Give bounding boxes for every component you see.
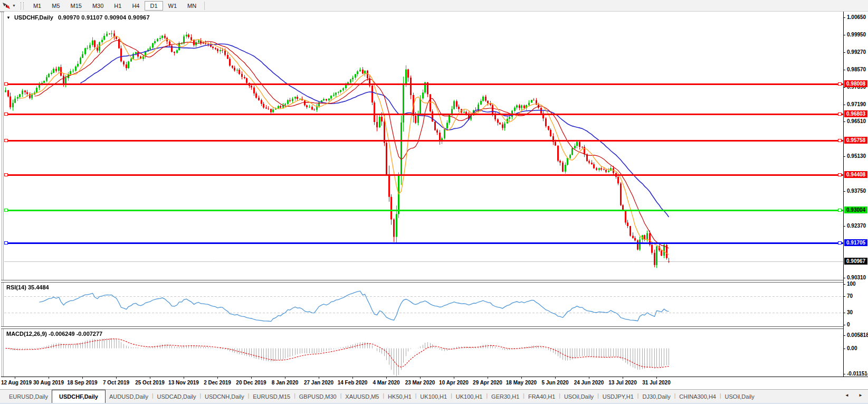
rsi-indicator-canvas[interactable]	[4, 283, 843, 326]
price-axis-label: 0.99950	[847, 32, 866, 37]
chart-tab-usdcnh-daily[interactable]: USDCNH,Daily	[201, 390, 248, 403]
date-tick-mark	[352, 377, 353, 379]
timeframe-button-m15[interactable]: M15	[65, 1, 87, 11]
price-axis-label: 0.90310	[847, 275, 866, 280]
axis-tick-mark	[844, 325, 845, 325]
chart-tab-hk50-h1[interactable]: HK50,H1	[384, 390, 415, 403]
chart-tab-uk100-h1[interactable]: UK100,H1	[416, 390, 451, 403]
timeframe-button-mn[interactable]: MN	[182, 1, 202, 11]
panel-separator-macd[interactable]	[1, 326, 868, 329]
date-tick-mark	[454, 377, 454, 379]
axis-tick-mark	[844, 35, 845, 35]
timeframe-button-h4[interactable]: H4	[127, 1, 145, 11]
chart-tab-fra40-h1[interactable]: FRA40,H1	[524, 390, 559, 403]
date-tick-mark	[488, 377, 488, 379]
tab-scroll-left-icon[interactable]: ◄	[845, 393, 849, 398]
date-tick-mark	[184, 377, 184, 379]
main-price-chart-canvas[interactable]	[4, 12, 843, 280]
chart-tab-gbpusd-m30[interactable]: GBPUSD,M30	[295, 390, 340, 403]
chart-tab-uk100-h1[interactable]: UK100,H1	[452, 390, 487, 403]
date-axis-label: 24 Jun 2020	[574, 380, 604, 386]
price-axis-label: 1.00650	[847, 14, 866, 20]
timeframe-button-w1[interactable]: W1	[163, 1, 183, 11]
date-axis-label: 27 Jan 2020	[304, 380, 333, 386]
rsi-axis-label: 70	[847, 293, 853, 299]
timeframe-button-m1[interactable]: M1	[28, 1, 46, 11]
hline-price-label: 0.94408	[844, 171, 867, 178]
panel-separator-rsi[interactable]	[1, 280, 868, 283]
chart-tab-audusd-daily[interactable]: AUDUSD,Daily	[106, 390, 152, 403]
axis-tick-mark	[844, 70, 845, 70]
hline-price-label: 0.98008	[844, 80, 867, 87]
chart-tab-usoil-daily[interactable]: USOil,Daily	[560, 390, 597, 403]
date-axis-label: 4 Mar 2020	[373, 380, 399, 386]
timeframe-button-d1[interactable]: D1	[145, 1, 163, 11]
chart-tab-eurusd-m15[interactable]: EURUSD,M15	[249, 390, 294, 403]
date-tick-mark	[116, 377, 117, 379]
timeframe-toolbar: ▼ M1M5M15M30H1H4D1W1MN	[0, 0, 868, 12]
chart-tab-usoil-daily[interactable]: USOil,Daily	[721, 390, 758, 403]
date-axis-label: 5 Jun 2020	[541, 380, 568, 386]
toolbar-grip[interactable]	[21, 2, 24, 10]
date-tick-mark	[623, 377, 623, 379]
chart-tab-usdjpy-h1[interactable]: USDJPY,H1	[599, 390, 637, 403]
chart-cursor-icon[interactable]	[2, 2, 11, 10]
hline-price-label: 0.95758	[844, 137, 867, 144]
timeframe-button-m5[interactable]: M5	[46, 1, 65, 11]
chart-tab-ger30-h1[interactable]: GER30,H1	[488, 390, 523, 403]
chart-ohlc-values: 0.90970 0.91107 0.90904 0.90967	[58, 14, 150, 21]
date-tick-mark	[82, 377, 83, 379]
window-left-border-inner	[3, 12, 4, 377]
price-axis-label: 0.97190	[847, 101, 866, 107]
rsi-axis-label: 30	[847, 309, 853, 315]
date-tick-mark	[555, 377, 556, 379]
axis-tick-mark	[844, 156, 845, 157]
macd-axis-label: 0.00	[847, 345, 857, 351]
chart-tab-dj30-daily[interactable]: DJ30,Daily	[638, 390, 674, 403]
date-axis-label: 18 Sep 2019	[67, 380, 97, 386]
timeframe-button-m30[interactable]: M30	[87, 1, 109, 11]
date-axis-label: 14 Feb 2020	[338, 380, 368, 386]
tab-scroll-right-icon[interactable]: ►	[859, 393, 863, 398]
date-tick-mark	[150, 377, 150, 379]
current-bid-price-label: 0.90967	[844, 258, 867, 265]
date-tick-mark	[420, 377, 421, 379]
chart-tab-eurusd-daily[interactable]: EURUSD,Daily	[5, 390, 52, 403]
date-axis: 12 Aug 201930 Aug 201918 Sep 20197 Oct 2…	[0, 377, 868, 389]
macd-axis-label: 0.005818	[847, 332, 868, 338]
chart-symbol-label: USDCHF,Daily	[14, 14, 53, 21]
timeframe-button-h1[interactable]: H1	[109, 1, 127, 11]
price-axis-label: 0.92370	[847, 223, 866, 229]
date-axis-label: 2 Dec 2019	[204, 380, 231, 386]
rsi-axis-label: 100	[847, 281, 856, 287]
tool-dropdown-arrow[interactable]: ▼	[12, 4, 16, 7]
date-axis-label: 8 Jan 2020	[272, 380, 299, 386]
price-axis-label: 0.96510	[847, 118, 866, 124]
date-axis-label: 25 Oct 2019	[135, 380, 165, 386]
hline-price-label: 0.96803	[844, 110, 867, 117]
chart-tab-xauusd-m5[interactable]: XAUUSD,M5	[341, 390, 383, 403]
axis-tick-mark	[844, 313, 845, 313]
date-tick-mark	[386, 377, 387, 379]
chart-tab-china300-h4[interactable]: CHINA300,H4	[675, 390, 720, 403]
chart-title: ▼USDCHF,Daily0.90970 0.91107 0.90904 0.9…	[6, 14, 150, 21]
chart-tab-bar: EURUSD,DailyUSDCHF,DailyAUDUSD,Daily|USD…	[0, 389, 868, 403]
date-tick-mark	[49, 377, 49, 379]
date-axis-label: 13 Jul 2020	[608, 380, 636, 386]
axis-tick-mark	[844, 52, 845, 53]
axis-tick-mark	[844, 105, 845, 105]
chart-tab-usdchf-daily-active[interactable]: USDCHF,Daily	[52, 390, 106, 403]
macd-axis-label: -0.011514	[847, 371, 868, 377]
axis-tick-mark	[844, 17, 845, 18]
axis-tick-mark	[844, 191, 845, 192]
chart-tab-usdcad-daily[interactable]: USDCAD,Daily	[154, 390, 200, 403]
axis-tick-mark	[844, 335, 845, 336]
date-tick-mark	[251, 377, 252, 379]
price-axis: 1.006500.999500.992700.985700.978900.971…	[843, 12, 868, 377]
date-axis-label: 20 Dec 2019	[236, 380, 266, 386]
chart-menu-icon[interactable]: ▼	[6, 15, 11, 20]
date-axis-label: 18 May 2020	[506, 380, 537, 386]
hline-price-label: 0.93004	[844, 206, 867, 213]
macd-indicator-canvas[interactable]	[4, 329, 843, 377]
price-axis-label: 0.95130	[847, 153, 866, 159]
